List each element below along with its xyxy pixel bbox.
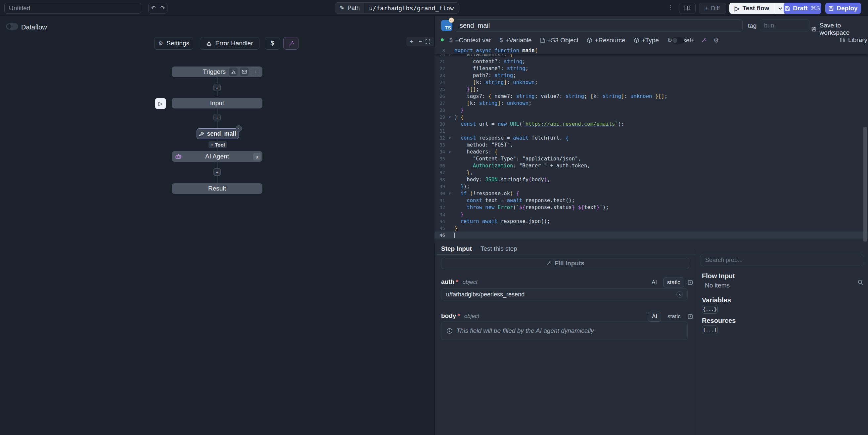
clear-auth-button[interactable]: ×: [676, 291, 683, 298]
code-lines: 20∨ attachments?: {21 content?: string;2…: [434, 51, 868, 239]
variables-object-chip[interactable]: {...}: [702, 305, 718, 314]
draft-button[interactable]: Draft ⌘S: [784, 3, 822, 14]
code-line[interactable]: 43 }: [434, 211, 868, 218]
insert-step-button[interactable]: +: [213, 114, 221, 121]
add-resource-button[interactable]: +Resource: [587, 37, 625, 44]
docs-button[interactable]: [679, 3, 695, 14]
auth-value-input[interactable]: [441, 288, 688, 300]
flow-canvas[interactable]: Dataflow ⚙ Settings Error Handler $ +: [0, 16, 434, 435]
code-line[interactable]: 40∨ if (!response.ok) {: [434, 190, 868, 197]
add-variable-button[interactable]: $ +Variable: [500, 37, 532, 44]
dollar-icon: $: [500, 37, 503, 44]
bun-logo-icon: [449, 18, 454, 23]
code-line[interactable]: 37 },: [434, 169, 868, 176]
auth-expression-button[interactable]: [687, 279, 693, 286]
error-handler-button[interactable]: Error Handler: [200, 37, 259, 50]
tab-test-this-step[interactable]: Test this step: [480, 245, 517, 252]
editor-settings-button[interactable]: ⚙: [713, 37, 719, 44]
resources-object-chip[interactable]: {...}: [702, 325, 718, 334]
code-line[interactable]: 38 body: JSON.stringify(body),: [434, 176, 868, 183]
fit-view-icon: [426, 39, 430, 44]
add-context-var-button[interactable]: $ +Context var: [450, 37, 491, 44]
code-line[interactable]: 32∨ const response = await fetch(url, {: [434, 134, 868, 141]
body-mode-ai[interactable]: AI: [648, 312, 661, 321]
search-prop-input[interactable]: [701, 254, 863, 266]
run-from-input-button[interactable]: ▷: [155, 98, 166, 109]
save-to-workspace-label: Save to workspace: [820, 22, 868, 36]
save-to-workspace-button[interactable]: Save to workspace: [811, 22, 868, 36]
code-line[interactable]: 33 method: "POST",: [434, 141, 868, 148]
code-line[interactable]: 31: [434, 127, 868, 134]
magic-wand-icon[interactable]: [701, 38, 707, 43]
code-line[interactable]: 34∨ headers: {: [434, 148, 868, 155]
sticky-code-line[interactable]: 8export async function main(: [434, 47, 868, 54]
code-line[interactable]: 8export async function main(: [434, 47, 868, 54]
undo-button[interactable]: ↶: [149, 3, 158, 13]
step-name-input[interactable]: [455, 19, 743, 32]
prop-picker-search-button[interactable]: [858, 280, 863, 285]
code-line[interactable]: 30 const url = new URL(`https://api.rese…: [434, 120, 868, 127]
add-type-button[interactable]: +Type: [634, 37, 659, 44]
code-line[interactable]: 45}: [434, 225, 868, 231]
auth-mode-ai[interactable]: AI: [648, 278, 660, 287]
tab-step-input[interactable]: Step Input: [441, 245, 472, 252]
code-line[interactable]: 23 path?: string;: [434, 72, 868, 79]
zoom-in-button[interactable]: +: [408, 38, 415, 45]
code-line[interactable]: 25 }[];: [434, 86, 868, 93]
zoom-out-button[interactable]: −: [417, 38, 424, 45]
flow-settings-button[interactable]: ⚙ Settings: [154, 37, 193, 50]
diff-button[interactable]: ± Diff: [699, 3, 726, 14]
ai-agent-badge[interactable]: a: [253, 153, 261, 160]
bug-icon: [206, 41, 212, 46]
code-line[interactable]: 39 });: [434, 183, 868, 190]
redo-button[interactable]: ↷: [158, 3, 167, 13]
add-context-var-label: +Context var: [455, 37, 491, 44]
add-tool-button[interactable]: + Tool: [209, 141, 227, 148]
flow-path[interactable]: ✎ Path u/farhadglbs/grand_flow: [335, 2, 459, 13]
body-expression-button[interactable]: [687, 313, 693, 320]
email-trigger-button[interactable]: [240, 67, 249, 76]
dataflow-toggle[interactable]: [6, 23, 18, 30]
fill-inputs-button[interactable]: Fill inputs: [441, 258, 689, 269]
code-line[interactable]: 24 [k: string]: unknown;: [434, 79, 868, 86]
deploy-button[interactable]: Deploy: [825, 3, 861, 14]
context-var-canvas-button[interactable]: $: [265, 37, 280, 50]
flow-input-empty: No items: [705, 282, 730, 289]
body-mode-static[interactable]: static: [664, 312, 684, 321]
remove-step-button[interactable]: ×: [236, 125, 242, 132]
insert-step-button[interactable]: +: [213, 84, 221, 91]
code-line[interactable]: 26 tags?: { name?: string; value?: strin…: [434, 93, 868, 100]
ai-assistant-button[interactable]: [283, 37, 299, 50]
more-menu-button[interactable]: ⋮: [667, 4, 673, 11]
tag-input[interactable]: [760, 20, 809, 31]
ai-agent-node[interactable]: AI Agent a: [172, 151, 262, 162]
code-line[interactable]: 27 [k: string]: unknown;: [434, 100, 868, 106]
result-node[interactable]: Result: [172, 183, 262, 194]
input-node[interactable]: Input: [172, 98, 262, 108]
send-mail-node[interactable]: send_mail: [196, 128, 239, 139]
code-line[interactable]: 44 return await response.json();: [434, 218, 868, 225]
code-line[interactable]: 46: [434, 231, 868, 239]
webhook-trigger-button[interactable]: [229, 67, 238, 76]
code-line[interactable]: 22 filename?: string;: [434, 65, 868, 72]
auth-mode-static[interactable]: static: [663, 278, 684, 287]
editor-scrollbar[interactable]: [863, 127, 867, 242]
test-flow-main[interactable]: ▷ Test flow: [730, 3, 775, 14]
diff-mode-button[interactable]: ±: [691, 37, 694, 44]
code-line[interactable]: 42 throw new Error(`${response.status} $…: [434, 204, 868, 211]
code-line[interactable]: 41 const text = await response.text();: [434, 197, 868, 204]
flow-title-input[interactable]: [4, 3, 141, 13]
code-line[interactable]: 28 }: [434, 106, 868, 114]
fit-view-button[interactable]: [426, 39, 432, 44]
code-line[interactable]: 35 "Content-Type": "application/json",: [434, 155, 868, 162]
library-button[interactable]: Library: [840, 36, 867, 44]
editor-toggle[interactable]: [672, 37, 684, 44]
code-line[interactable]: 21 content?: string;: [434, 58, 868, 65]
add-s3-object-button[interactable]: +S3 Object: [540, 37, 579, 44]
insert-step-button[interactable]: +: [213, 168, 221, 176]
code-line[interactable]: 36 Authorization: "Bearer " + auth.token…: [434, 162, 868, 169]
triggers-node[interactable]: Triggers +: [172, 66, 262, 77]
code-editor[interactable]: 20∨ attachments?: {21 content?: string;2…: [434, 47, 868, 244]
code-line[interactable]: 29∨) {: [434, 114, 868, 120]
add-trigger-button[interactable]: +: [251, 67, 259, 76]
